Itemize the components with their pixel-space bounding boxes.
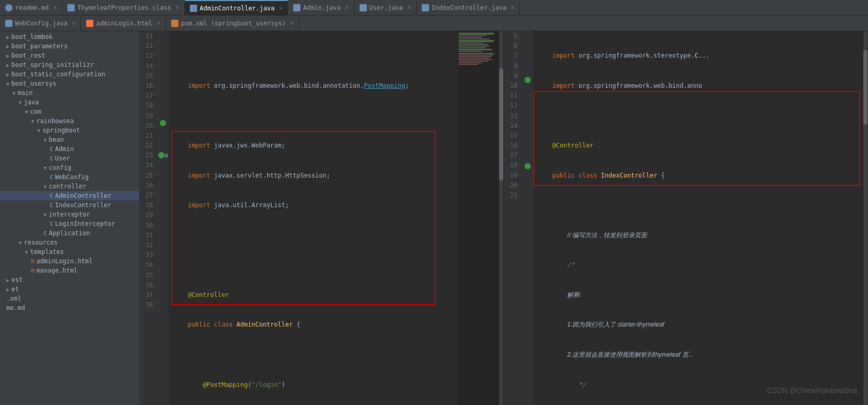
close-icon[interactable]: × [176, 5, 179, 10]
marker: @ [165, 153, 168, 158]
sidebar-item-label: manage.html [36, 267, 77, 274]
class-icon: C [50, 146, 53, 152]
sidebar-item-label: WebConfig [55, 173, 89, 181]
sidebar-item-label: interceptor [49, 211, 90, 218]
sidebar: ▶ boot_lombok ▶ boot_parameters ▶ boot_r… [0, 31, 139, 405]
arrow-icon: ▼ [44, 184, 47, 190]
sidebar-item-boot-static[interactable]: ▶ boot_static_configuration [0, 70, 139, 79]
close-icon[interactable]: × [346, 5, 349, 10]
tab-icon-html [86, 20, 93, 27]
close-icon[interactable]: × [511, 5, 514, 10]
tab-admin[interactable]: Admin.java × [288, 0, 354, 15]
tab-bar-row2: WebConfig.java × adminLogin.html × pom.x… [0, 16, 868, 31]
sidebar-item-bean[interactable]: ▼ bean [0, 135, 139, 144]
close-icon[interactable]: × [291, 20, 294, 26]
sidebar-item-label: .xml [6, 295, 21, 302]
sidebar-item-logininterceptor-class[interactable]: C LoginInterceptor [0, 219, 139, 228]
left-code-content[interactable]: import org.springframework.web.bind.anno… [169, 31, 458, 405]
code-line-r5: import org.springframework.stereotype.C.… [538, 51, 860, 61]
sidebar-item-webconfig-class[interactable]: C WebConfig [0, 172, 139, 182]
run-icon [525, 77, 531, 83]
close-icon[interactable]: × [53, 5, 57, 10]
close-icon[interactable]: × [72, 20, 75, 26]
close-icon[interactable]: × [279, 5, 282, 11]
sidebar-item-indexcontroller-class[interactable]: C IndexController [0, 200, 139, 210]
tab-user[interactable]: User.java × [354, 0, 417, 15]
sidebar-item-xml[interactable]: .xml [0, 294, 139, 303]
tab-icon-c [293, 4, 300, 11]
html-icon: H [31, 268, 34, 274]
right-code-content[interactable]: import org.springframework.stereotype.C.… [533, 31, 864, 405]
sidebar-item-label: com [30, 108, 42, 115]
class-icon: C [50, 156, 53, 161]
sidebar-item-boot-spring[interactable]: ▶ boot_spring_initializr [0, 60, 139, 70]
tab-adminlogin[interactable]: adminLogin.html × [81, 16, 166, 31]
tab-pom[interactable]: pom.xml (springboot_usersys) × [166, 16, 299, 31]
sidebar-item-controller[interactable]: ▼ controller [0, 182, 139, 191]
code-line-r10 [538, 200, 860, 210]
sidebar-item-java[interactable]: ▼ java [0, 98, 139, 107]
sidebar-item-label: adminLogin.html [36, 258, 92, 265]
sidebar-item-interceptor[interactable]: ▼ interceptor [0, 210, 139, 219]
sidebar-item-resources[interactable]: ▼ resources [0, 238, 139, 247]
tab-label-pom: pom.xml (springboot_usersys) [181, 20, 286, 27]
arrow-icon: ▶ [6, 34, 9, 40]
sidebar-item-me-md[interactable]: me.md [0, 303, 139, 313]
tab-webconfig[interactable]: WebConfig.java × [0, 16, 81, 31]
code-line-17 [173, 260, 453, 270]
left-code-area[interactable]: 11 12 13 14 15 16 17 18 19 20 21 22 23 2… [139, 31, 503, 405]
arrow-icon: ▶ [6, 287, 9, 292]
close-icon[interactable]: × [408, 5, 411, 10]
sidebar-item-springboot[interactable]: ▼ springboot [0, 126, 139, 135]
sidebar-item-label: java [24, 99, 39, 106]
tab-label-readme: readme.md [15, 4, 49, 11]
sidebar-item-label: rainbowsea [36, 117, 74, 125]
tab-icon-c [360, 4, 367, 11]
close-icon[interactable]: × [157, 20, 160, 26]
sidebar-item-label: User [55, 155, 70, 162]
sidebar-item-label: Admin [55, 145, 74, 153]
sidebar-item-boot-lombok[interactable]: ▶ boot_lombok [0, 32, 139, 42]
main-area: ▶ boot_lombok ▶ boot_parameters ▶ boot_r… [0, 31, 868, 405]
tab-admincontroller[interactable]: AdminController.java × [185, 0, 288, 15]
code-line-20 [173, 350, 453, 360]
arrow-icon: ▼ [12, 90, 16, 96]
sidebar-item-boot-usersys[interactable]: ▼ boot_usersys [0, 79, 139, 88]
sidebar-item-config[interactable]: ▼ config [0, 163, 139, 172]
right-code-area[interactable]: 5 6 7 8 9 10 11 12 13 14 15 16 17 18 19 … [504, 31, 868, 405]
sidebar-item-et[interactable]: ▶ et [0, 285, 139, 294]
arrow-icon: ▼ [19, 100, 22, 105]
tab-thymeleaf[interactable]: ThymeleafProperties.class × [62, 0, 185, 15]
sidebar-item-label: boot_rest [11, 52, 45, 59]
sidebar-item-user-class[interactable]: C User [0, 154, 139, 163]
sidebar-item-label: resources [24, 239, 58, 246]
tab-bar-row1: readme.md × ThymeleafProperties.class × … [0, 0, 868, 16]
sidebar-item-admincontroller-class[interactable]: C AdminController [0, 191, 139, 200]
sidebar-item-label: Application [49, 230, 90, 237]
code-line-16 [173, 231, 453, 240]
sidebar-item-boot-parameters[interactable]: ▶ boot_parameters [0, 42, 139, 51]
arrow-icon: ▼ [31, 118, 34, 124]
sidebar-item-est[interactable]: ▶ est [0, 275, 139, 285]
sidebar-item-manage-html[interactable]: H manage.html [0, 266, 139, 275]
code-line-12 [173, 111, 453, 121]
tab-label-admincontroller: AdminController.java [200, 5, 275, 12]
scrollbar[interactable] [499, 31, 503, 405]
sidebar-item-admin-class[interactable]: C Admin [0, 144, 139, 154]
sidebar-item-templates[interactable]: ▼ templates [0, 247, 139, 256]
sidebar-item-main[interactable]: ▼ main [0, 88, 139, 98]
sidebar-item-application-class[interactable]: C Application [0, 228, 139, 238]
tab-indexcontroller-right[interactable]: IndexController.java × [417, 0, 520, 15]
tab-readme[interactable]: readme.md × [0, 0, 62, 15]
arrow-icon: ▼ [19, 240, 22, 246]
arrow-icon: ▼ [25, 249, 28, 255]
run-icon [160, 120, 166, 126]
right-scrollbar[interactable] [863, 31, 867, 405]
sidebar-item-boot-rest[interactable]: ▶ boot_rest [0, 51, 139, 60]
code-line-r13: 1.因为我们引入了 starter-thymeleaf [538, 320, 860, 330]
sidebar-item-adminlogin-html[interactable]: H adminLogin.html [0, 256, 139, 266]
sidebar-item-label: boot_spring_initializr [11, 61, 94, 69]
sidebar-item-rainbowsea[interactable]: ▼ rainbowsea [0, 116, 139, 126]
sidebar-item-label: est [11, 276, 23, 284]
sidebar-item-com[interactable]: ▼ com [0, 107, 139, 116]
